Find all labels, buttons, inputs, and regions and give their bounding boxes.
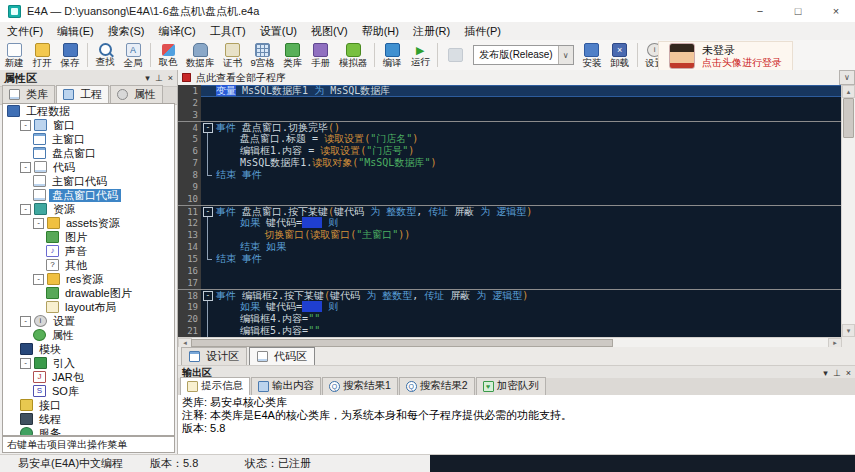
tree-item[interactable]: 盘点窗口代码 [3,188,174,202]
tree-expand-icon[interactable]: - [20,204,31,215]
tree-item[interactable]: 线程 [3,412,174,426]
tree-expand-icon[interactable]: - [20,162,31,173]
code-line[interactable]: 12 如果 键代码= 则 [178,217,842,229]
tree-item[interactable]: -res资源 [3,272,174,286]
tab-代码区[interactable]: 代码区 [249,347,315,366]
tree-item[interactable]: 盘点窗口 [3,146,174,160]
pin-icon[interactable]: ⊥ [155,73,163,83]
output-tab-提示信息[interactable]: 提示信息 [180,377,250,396]
scroll-up-icon[interactable]: ▴ [842,85,855,98]
tree-item[interactable]: 主窗口 [3,132,174,146]
code-line[interactable]: 19 如果 键代码= 则 [178,301,842,313]
avatar[interactable] [669,43,695,69]
tree-expand-icon[interactable]: - [20,316,31,327]
code-line[interactable]: 8结束 事件 [178,169,842,181]
menu-item[interactable]: 帮助(H) [355,22,406,40]
minimize-button[interactable]: − [741,0,779,22]
tree-item[interactable]: -assets资源 [3,216,174,230]
code-line[interactable]: 14 结束 如果 [178,241,842,253]
toolbar-button[interactable]: ▶运行 [406,41,434,69]
toolbar-button[interactable]: 手册 [307,41,335,69]
tree-item[interactable]: 主窗口代码 [3,174,174,188]
toolbar-button[interactable]: ×卸载 [606,41,634,69]
tree-item[interactable]: -代码 [3,160,174,174]
code-line[interactable]: 4-事件 盘点窗口.切换完毕() [178,121,842,133]
close-icon[interactable]: × [846,368,851,378]
menu-item[interactable]: 搜索(S) [101,22,152,40]
code-line[interactable]: 3 [178,109,842,121]
pin-icon[interactable]: ⊥ [833,368,841,378]
subroutine-selector[interactable]: 点此查看全部子程序 ∨ [178,70,855,86]
code-line[interactable]: 13 切换窗口(读取窗口("主窗口")) [178,229,842,241]
tree-item[interactable]: drawable图片 [3,286,174,300]
toolbar-button[interactable]: 类库 [279,41,307,69]
vertical-scrollbar[interactable]: ▴ ▾ [841,85,855,337]
toolbar-button[interactable]: 证书 [219,41,247,69]
toolbar-button[interactable]: 取色 [154,41,182,69]
chevron-down-icon[interactable]: ∨ [839,70,855,85]
menu-item[interactable]: 编译(C) [151,22,202,40]
code-line[interactable]: 10 [178,193,842,205]
close-icon[interactable]: × [168,73,173,83]
code-line[interactable]: 2 [178,97,842,109]
output-tab-搜索结果1[interactable]: Q搜索结果1 [322,377,398,395]
tab-设计区[interactable]: 设计区 [181,347,247,366]
fold-collapse-icon[interactable]: - [203,291,213,301]
tree-item[interactable]: JJAR包 [3,370,174,384]
tree-item[interactable]: ?其他 [3,258,174,272]
maximize-button[interactable]: □ [779,0,817,22]
menu-item[interactable]: 编辑(E) [50,22,101,40]
code-line[interactable]: 16 [178,265,842,277]
menu-item[interactable]: 工具(T) [203,22,253,40]
toolbar-button[interactable]: 编译 [378,41,406,69]
tree-item[interactable]: -i设置 [3,314,174,328]
tree-item[interactable]: 服务 [3,426,174,436]
output-tab-搜索结果2[interactable]: Q搜索结果2 [399,377,475,395]
tree-expand-icon[interactable]: - [20,358,31,369]
toolbar-button[interactable]: A全局 [119,41,147,69]
code-line[interactable]: 17 [178,277,842,289]
code-editor[interactable]: 1变量 MsSQL数据库1 为 MsSQL数据库234-事件 盘点窗口.切换完毕… [178,85,842,337]
code-line[interactable]: 20 编辑框4.内容="" [178,313,842,325]
fold-collapse-icon[interactable]: - [203,207,213,217]
tree-expand-icon[interactable]: - [33,274,44,285]
tree-item[interactable]: ♪声音 [3,244,174,258]
code-line[interactable]: 11-事件 盘点窗口.按下某键(键代码 为 整数型, 传址 屏蔽 为 逻辑型) [178,205,842,217]
toolbar-button[interactable]: 新建 [0,41,28,69]
menu-item[interactable]: 视图(V) [304,22,355,40]
tree-item[interactable]: 属性 [3,328,174,342]
tree-item[interactable]: SSO库 [3,384,174,398]
code-line[interactable]: 18-事件 编辑框2.按下某键(键代码 为 整数型, 传址 屏蔽 为 逻辑型) [178,289,842,301]
vertical-scrollbar-thumb[interactable] [843,98,854,138]
fold-collapse-icon[interactable]: - [203,123,213,133]
toolbar-button[interactable]: 查找 [91,41,119,69]
tree-item[interactable]: -窗口 [3,118,174,132]
tree-item[interactable]: 工程数据 [3,104,174,118]
menu-item[interactable]: 文件(F) [0,22,50,40]
toolbar-button[interactable]: 保存 [56,41,84,69]
tree-expand-icon[interactable]: - [20,120,31,131]
tree-item[interactable]: 模块 [3,342,174,356]
tree-item[interactable]: -资源 [3,202,174,216]
code-line[interactable]: 1变量 MsSQL数据库1 为 MsSQL数据库 [178,85,842,97]
sidebar-tab-工程[interactable]: 工程 [56,85,109,105]
tree-item[interactable]: layout布局 [3,300,174,314]
output-tab-输出内容[interactable]: 输出内容 [251,377,321,395]
code-line[interactable]: 21 编辑框5.内容="" [178,325,842,337]
tree-item[interactable]: 图片 [3,230,174,244]
code-line[interactable]: 7 MsSQL数据库1.读取对象("MsSQL数据库") [178,157,842,169]
toolbar-button[interactable]: 安装 [578,41,606,69]
menu-item[interactable]: 注册(R) [406,22,457,40]
tree-expand-icon[interactable]: - [33,218,44,229]
release-dropdown[interactable]: 发布版(Release) ∨ [473,45,573,65]
code-line[interactable]: 15结束 事件 [178,253,842,265]
code-line[interactable]: 9 [178,181,842,193]
toolbar-button[interactable]: 打开 [28,41,56,69]
scroll-down-icon[interactable]: ▾ [842,324,855,337]
tree-item[interactable]: -引入 [3,356,174,370]
login-hint[interactable]: 点击头像进行登录 [702,57,782,69]
collapse-icon[interactable]: ▾ [145,73,150,83]
toolbar-button[interactable]: 数据库 [182,41,219,69]
toolbar-button[interactable]: 模拟器 [335,41,372,69]
sidebar-tab-属性[interactable]: 属性 [110,85,163,104]
